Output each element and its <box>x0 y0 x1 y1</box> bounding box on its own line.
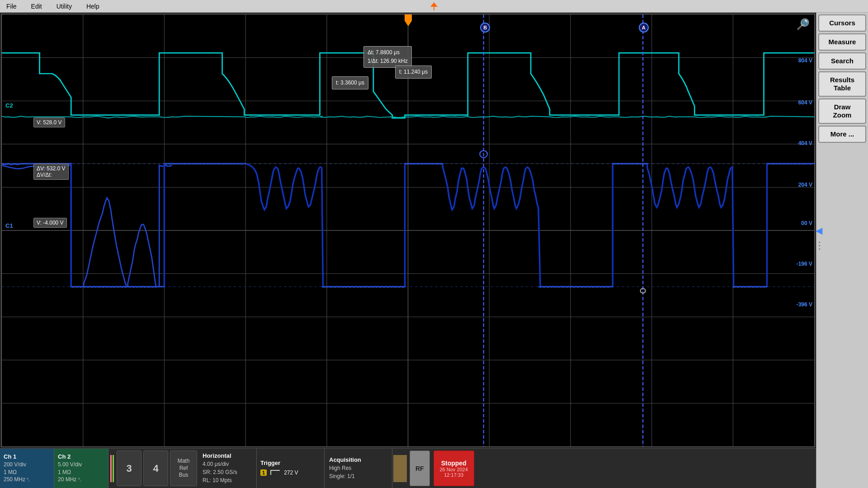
ch4-color-line <box>113 455 114 482</box>
ch1-info-panel[interactable]: Ch 1 200 V/div 1 MΩ 250 MHz ᴿ꜀ <box>0 449 54 488</box>
color-lines-area <box>108 449 116 488</box>
bottom-status-bar: Ch 1 200 V/div 1 MΩ 250 MHz ᴿ꜀ Ch 2 5.00… <box>0 448 816 488</box>
stopped-time: 12:17:33 <box>444 472 463 478</box>
draw-zoom-button[interactable]: Draw Zoom <box>818 99 866 124</box>
cursor-a-marker[interactable]: A <box>639 23 649 33</box>
trigger-position-marker[interactable] <box>405 14 412 26</box>
horizontal-section[interactable]: Horizontal 4.00 μs/div SR: 2.50 GS/s RL:… <box>198 449 257 488</box>
rf-button[interactable]: RF <box>410 450 430 486</box>
acq-color-bar <box>393 455 407 482</box>
cursor-b-t-readout: t: 3.3600 μs <box>332 76 368 89</box>
trigger-arrow-icon <box>430 2 438 7</box>
ch1-voltage-annotation: V: 528.0 V <box>33 117 65 127</box>
ch1-low-voltage-annotation: V: -4.000 V <box>33 218 67 228</box>
y-label-804: 804 V <box>798 57 812 64</box>
inv-delta-t-readout: 1/Δt: 126.90 kHz <box>368 57 408 66</box>
math-ref-bus-button[interactable]: Math Ref Bus <box>170 450 197 486</box>
more-options-dots-icon[interactable]: • • • <box>816 241 822 250</box>
horizontal-title: Horizontal <box>203 452 252 459</box>
svg-rect-1 <box>2 14 814 446</box>
acquisition-details: High Res Single: 1/1 <box>329 464 387 480</box>
ch1-label: Ch 1 <box>4 453 50 460</box>
stopped-label: Stopped <box>441 460 467 467</box>
trigger-line-icon <box>434 7 434 10</box>
ch1-details: 200 V/div 1 MΩ 250 MHz ᴿ꜀ <box>4 461 50 483</box>
ch2-details: 5.00 V/div 1 MΩ 20 MHz ᴿ꜀ <box>58 461 104 483</box>
search-button[interactable]: Search <box>818 52 866 70</box>
measure-button[interactable]: Measure <box>818 33 866 51</box>
ch3-color-line <box>110 455 112 482</box>
y-label-0: 00 V <box>801 220 812 226</box>
svg-point-25 <box>480 150 487 158</box>
y-label-404: 404 V <box>798 140 812 146</box>
more-button[interactable]: More ... <box>818 126 866 143</box>
ch1-delta-v-annotation: ΔV: 532.0 V ΔV/Δt: <box>33 164 69 180</box>
trigger-triangle-icon <box>405 21 412 26</box>
trigger-slope-icon <box>269 468 282 477</box>
trigger-badge: 1 <box>260 469 267 476</box>
horizontal-details: 4.00 μs/div SR: 2.50 GS/s RL: 10 Mpts <box>203 460 252 484</box>
y-label-neg396: -396 V <box>797 301 812 308</box>
delta-t-readout: Δt: 7.8800 μs <box>368 48 408 57</box>
magnify-icon[interactable]: 🔍 <box>796 18 810 31</box>
channel-3-button[interactable]: 3 <box>117 450 142 486</box>
cursor-b-marker[interactable]: B <box>480 23 490 33</box>
menu-edit[interactable]: Edit <box>28 2 45 11</box>
menu-utility[interactable]: Utility <box>54 2 75 11</box>
trigger-section[interactable]: Trigger 1 272 V <box>257 449 325 488</box>
ch2-info-panel[interactable]: Ch 2 5.00 V/div 1 MΩ 20 MHz ᴿ꜀ <box>54 449 108 488</box>
scroll-right-arrow-icon[interactable]: ◀ <box>816 225 822 236</box>
acquisition-section[interactable]: Acquisition High Res Single: 1/1 <box>325 449 392 488</box>
y-label-neg196: -196 V <box>797 261 812 267</box>
trigger-position-control[interactable] <box>427 1 441 12</box>
acquisition-title: Acquisition <box>329 456 387 463</box>
results-table-button[interactable]: Results Table <box>818 71 866 97</box>
ch1-channel-label: C1 <box>4 221 15 230</box>
menu-file[interactable]: File <box>4 2 19 11</box>
trigger-title: Trigger <box>260 460 298 466</box>
y-label-604: 604 V <box>798 99 812 106</box>
ch2-channel-label: C2 <box>4 101 15 110</box>
waveform-svg <box>2 14 814 446</box>
stopped-date: 26 Nov 2024 <box>439 467 467 472</box>
trigger-square-icon <box>405 14 412 21</box>
cursor-readout-box: Δt: 7.8800 μs 1/Δt: 126.90 kHz <box>363 46 412 68</box>
menu-help[interactable]: Help <box>84 2 102 11</box>
y-label-204: 204 V <box>798 182 812 188</box>
ch2-label: Ch 2 <box>58 453 104 460</box>
menu-bar: File Edit Utility Help <box>0 0 868 13</box>
oscilloscope-display: B A Δt: 7.8800 μs 1/Δt: 126.90 kHz t: 11… <box>0 13 816 488</box>
cursor-a-t-readout: t: 11.240 μs <box>395 66 432 79</box>
cursors-button[interactable]: Cursors <box>818 14 866 32</box>
trigger-voltage: 272 V <box>284 469 298 476</box>
waveform-area[interactable]: B A Δt: 7.8800 μs 1/Δt: 126.90 kHz t: 11… <box>1 14 815 447</box>
channel-4-button[interactable]: 4 <box>143 450 168 486</box>
stopped-button[interactable]: Stopped 26 Nov 2024 12:17:33 <box>434 450 474 486</box>
main-area: B A Δt: 7.8800 μs 1/Δt: 126.90 kHz t: 11… <box>0 13 868 488</box>
svg-point-26 <box>641 288 646 293</box>
right-panel: Cursors Measure Search Results Table Dra… <box>816 13 868 488</box>
